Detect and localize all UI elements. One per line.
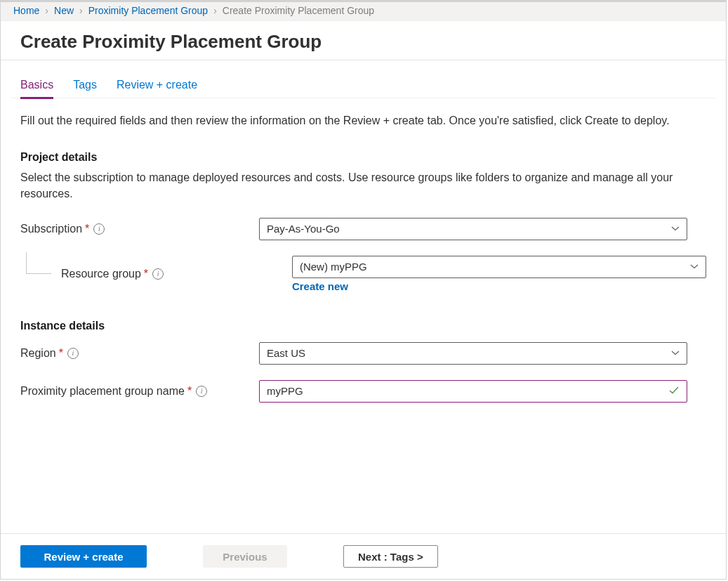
- info-icon[interactable]: [196, 386, 207, 397]
- breadcrumb-ppg[interactable]: Proximity Placement Group: [88, 5, 208, 16]
- chevron-down-icon: [671, 347, 680, 359]
- chevron-right-icon: ›: [78, 5, 84, 16]
- resource-group-value: (New) myPPG: [300, 261, 367, 273]
- region-value: East US: [267, 347, 305, 359]
- subscription-label: Subscription: [20, 223, 82, 235]
- checkmark-icon: [668, 384, 680, 398]
- chevron-down-icon: [671, 223, 680, 235]
- breadcrumb-home[interactable]: Home: [13, 5, 39, 16]
- page-heading-area: Create Proximity Placement Group: [1, 21, 726, 60]
- row-ppg-name: Proximity placement group name * myPPG: [20, 380, 706, 403]
- region-label: Region: [20, 347, 56, 360]
- chevron-down-icon: [690, 261, 699, 273]
- chevron-right-icon: ›: [212, 5, 218, 16]
- resource-group-select[interactable]: (New) myPPG: [292, 256, 706, 278]
- ppg-name-label: Proximity placement group name: [20, 385, 185, 398]
- next-button[interactable]: Next : Tags >: [343, 545, 438, 568]
- intro-text: Fill out the required fields and then re…: [20, 98, 680, 133]
- info-icon[interactable]: [67, 348, 79, 359]
- breadcrumb-new[interactable]: New: [54, 5, 74, 16]
- breadcrumb: Home › New › Proximity Placement Group ›…: [13, 5, 713, 16]
- tab-bar: Basics Tags Review + create: [11, 60, 716, 98]
- tab-tags[interactable]: Tags: [73, 76, 97, 99]
- ppg-name-input[interactable]: myPPG: [259, 380, 687, 403]
- required-asterisk: *: [144, 268, 148, 280]
- tab-basics[interactable]: Basics: [20, 76, 53, 99]
- row-subscription: Subscription * Pay-As-You-Go: [20, 218, 706, 240]
- required-asterisk: *: [59, 347, 63, 360]
- row-region: Region * East US: [20, 342, 706, 365]
- subscription-select[interactable]: Pay-As-You-Go: [259, 218, 687, 240]
- row-resource-group: Resource group * (New) myPPG Create new: [20, 256, 706, 293]
- chevron-right-icon: ›: [44, 5, 50, 16]
- section-project-details-desc: Select the subscription to manage deploy…: [20, 169, 680, 202]
- info-icon[interactable]: [93, 223, 105, 235]
- section-instance-details-title: Instance details: [20, 320, 706, 332]
- region-select[interactable]: East US: [259, 342, 687, 365]
- previous-button: Previous: [203, 545, 287, 568]
- required-asterisk: *: [187, 385, 192, 398]
- subscription-value: Pay-As-You-Go: [267, 223, 340, 235]
- page-title: Create Proximity Placement Group: [20, 31, 713, 53]
- section-project-details-title: Project details: [20, 151, 706, 164]
- create-new-link[interactable]: Create new: [292, 280, 348, 292]
- review-create-button[interactable]: Review + create: [20, 545, 147, 568]
- breadcrumb-bar: Home › New › Proximity Placement Group ›…: [1, 1, 726, 21]
- breadcrumb-current: Create Proximity Placement Group: [223, 5, 374, 16]
- ppg-name-value: myPPG: [267, 385, 303, 397]
- info-icon[interactable]: [152, 268, 164, 280]
- required-asterisk: *: [85, 223, 89, 235]
- tab-review-create[interactable]: Review + create: [117, 76, 197, 99]
- wizard-footer: Review + create Previous Next : Tags >: [1, 533, 726, 579]
- resource-group-label: Resource group: [61, 268, 141, 280]
